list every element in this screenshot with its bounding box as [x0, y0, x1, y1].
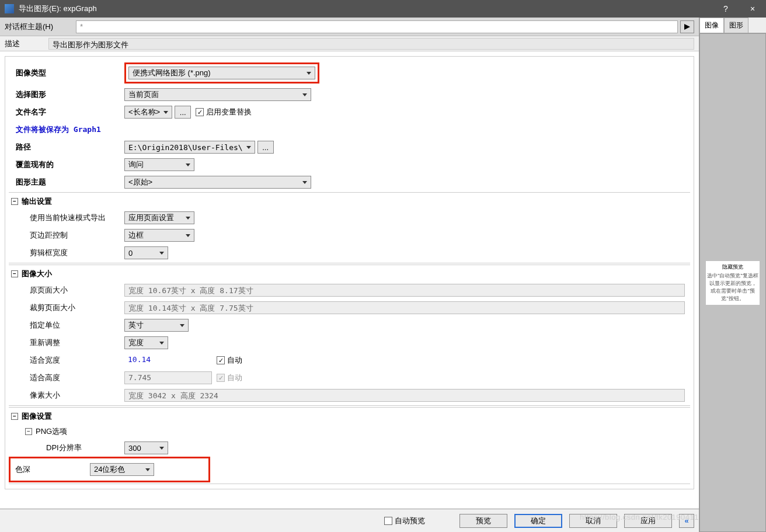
png-options-title: PNG选项 — [36, 426, 67, 437]
collapse-icon: − — [11, 198, 18, 205]
checkbox-icon — [217, 374, 225, 382]
preview-placeholder-title: 隐藏预览 — [707, 263, 758, 271]
close-button[interactable]: × — [739, 0, 766, 18]
pixel-size-value: 宽度 3042 x 高度 2324 — [124, 389, 685, 402]
dialog-theme-row: 对话框主题(H) * — [0, 18, 699, 36]
image-settings-header[interactable]: − 图像设置 — [9, 409, 690, 424]
watermark: https://blog.csdn.net/tk20190411 — [580, 513, 699, 521]
original-size-label: 原页面大小 — [13, 285, 124, 295]
graph-theme-select[interactable]: <原始> — [124, 176, 311, 189]
rescale-select[interactable]: 宽度 — [124, 336, 168, 349]
overwrite-label: 覆盖现有的 — [13, 159, 124, 170]
checkbox-icon — [384, 517, 392, 525]
fit-width-auto-checkbox[interactable]: 自动 — [217, 355, 242, 366]
image-type-row: 图像类型 便携式网络图形 (*.png) — [9, 60, 690, 86]
fit-width-auto-label: 自动 — [227, 355, 242, 366]
color-depth-select[interactable]: 24位彩色 — [90, 463, 154, 476]
fit-width-row: 适合宽度 10.14 自动 — [9, 352, 690, 369]
description-value: 导出图形作为图形文件 — [48, 38, 694, 50]
select-graph-row: 选择图形 当前页面 — [9, 86, 690, 103]
unit-select[interactable]: 英寸 — [124, 319, 189, 332]
file-name-select[interactable]: <长名称> — [124, 106, 172, 119]
fit-height-row: 适合高度 7.745 自动 — [9, 369, 690, 387]
dialog-theme-menu-button[interactable] — [680, 20, 694, 33]
right-panel: 图像 图形 隐藏预览 选中"自动预览"复选框 以显示更新的预览， 或在需要时单击… — [699, 18, 766, 532]
cropped-size-value: 宽度 10.14英寸 x 高度 7.75英寸 — [124, 301, 685, 314]
image-size-header[interactable]: − 图像大小 — [9, 266, 690, 281]
preview-placeholder-hint1: 选中"自动预览"复选框 — [707, 272, 758, 280]
image-settings-title: 图像设置 — [22, 411, 52, 422]
app-icon — [5, 4, 14, 13]
color-depth-label: 色深 — [15, 464, 90, 475]
window-title: 导出图形(E): expGraph — [19, 4, 712, 14]
image-type-select[interactable]: 便携式网络图形 (*.png) — [128, 67, 315, 79]
unit-row: 指定单位 英寸 — [9, 317, 690, 334]
original-size-value: 宽度 10.67英寸 x 高度 8.17英寸 — [124, 284, 685, 297]
tab-image[interactable]: 图像 — [699, 18, 724, 33]
collapse-icon: − — [11, 413, 18, 420]
clip-width-label: 剪辑框宽度 — [13, 248, 124, 258]
rescale-label: 重新调整 — [13, 338, 124, 348]
image-type-label: 图像类型 — [13, 68, 124, 78]
file-name-row: 文件名字 <长名称> ... 启用变量替换 — [9, 103, 690, 121]
pixel-size-row: 像素大小 宽度 3042 x 高度 2324 — [9, 387, 690, 404]
fit-height-label: 适合高度 — [13, 373, 124, 383]
preview-button[interactable]: 预览 — [459, 514, 507, 528]
path-row: 路径 E:\Origin2018\User-Files\ ... — [9, 138, 690, 156]
description-label: 描述 — [5, 39, 48, 49]
output-settings-header[interactable]: − 输出设置 — [9, 194, 690, 209]
fast-mode-row: 使用当前快速模式导出 应用页面设置 — [9, 209, 690, 227]
clip-width-select[interactable]: 0 — [124, 246, 168, 259]
tab-graph[interactable]: 图形 — [724, 18, 748, 33]
file-name-browse-button[interactable]: ... — [175, 106, 191, 119]
color-depth-highlight: 色深 24位彩色 — [9, 457, 210, 482]
cropped-size-label: 裁剪页面大小 — [13, 302, 124, 313]
unit-label: 指定单位 — [13, 320, 124, 331]
preview-area: 隐藏预览 选中"自动预览"复选框 以显示更新的预览， 或在需要时单击"预览"按钮… — [699, 33, 766, 532]
fit-height-auto-checkbox: 自动 — [217, 373, 242, 383]
left-panel: 对话框主题(H) * 描述 导出图形作为图形文件 图像类型 便携式网络图形 (*… — [0, 18, 699, 532]
path-select[interactable]: E:\Origin2018\User-Files\ — [124, 141, 255, 154]
checkbox-icon — [196, 108, 204, 116]
select-graph-select[interactable]: 当前页面 — [124, 88, 311, 101]
overwrite-row: 覆盖现有的 询问 — [9, 156, 690, 173]
margin-row: 页边距控制 边框 — [9, 227, 690, 244]
dpi-label: DPI分辨率 — [13, 443, 124, 453]
enable-var-substitution-checkbox[interactable]: 启用变量替换 — [196, 107, 252, 117]
auto-preview-checkbox[interactable]: 自动预览 — [384, 516, 425, 526]
image-size-group: − 图像大小 原页面大小 宽度 10.67英寸 x 高度 8.17英寸 裁剪页面… — [9, 265, 690, 406]
rescale-row: 重新调整 宽度 — [9, 334, 690, 352]
description-row: 描述 导出图形作为图形文件 — [0, 36, 699, 51]
overwrite-select[interactable]: 询问 — [124, 158, 194, 171]
png-options-header[interactable]: − PNG选项 — [9, 424, 690, 439]
cropped-size-row: 裁剪页面大小 宽度 10.14英寸 x 高度 7.75英寸 — [9, 299, 690, 317]
ok-button[interactable]: 确定 — [514, 514, 562, 528]
margin-select[interactable]: 边框 — [124, 229, 194, 242]
collapse-icon: − — [25, 428, 32, 435]
fast-mode-label: 使用当前快速模式导出 — [13, 213, 124, 223]
fit-height-auto-label: 自动 — [227, 373, 242, 383]
bottom-bar: https://blog.csdn.net/tk20190411 自动预览 预览… — [0, 509, 699, 532]
output-settings-title: 输出设置 — [22, 196, 52, 207]
play-icon — [684, 24, 690, 30]
image-settings-group: − 图像设置 − PNG选项 DPI分辨率 300 色深 24位彩色 — [9, 407, 690, 484]
fast-mode-select[interactable]: 应用页面设置 — [124, 211, 194, 224]
path-browse-button[interactable]: ... — [257, 141, 274, 154]
help-button[interactable]: ? — [712, 0, 739, 18]
collapse-icon: − — [11, 270, 18, 277]
dialog-theme-label: 对话框主题(H) — [5, 22, 76, 32]
image-type-highlight: 便携式网络图形 (*.png) — [124, 62, 319, 84]
select-graph-label: 选择图形 — [13, 89, 124, 100]
clip-width-row: 剪辑框宽度 0 — [9, 244, 690, 262]
form-scroll-area: 图像类型 便携式网络图形 (*.png) 选择图形 当前页面 文件名字 <长名称… — [0, 51, 699, 509]
auto-preview-label: 自动预览 — [395, 516, 425, 526]
dpi-select[interactable]: 300 — [124, 441, 168, 454]
fit-width-input[interactable]: 10.14 — [124, 354, 212, 367]
save-as-message: 文件将被保存为 Graph1 — [9, 121, 690, 138]
dialog-theme-input[interactable]: * — [76, 20, 678, 33]
color-depth-row: 色深 24位彩色 — [9, 457, 690, 482]
dpi-row: DPI分辨率 300 — [9, 439, 690, 457]
margin-label: 页边距控制 — [13, 230, 124, 241]
titlebar: 导出图形(E): expGraph ? × — [0, 0, 766, 18]
image-size-title: 图像大小 — [22, 269, 52, 279]
